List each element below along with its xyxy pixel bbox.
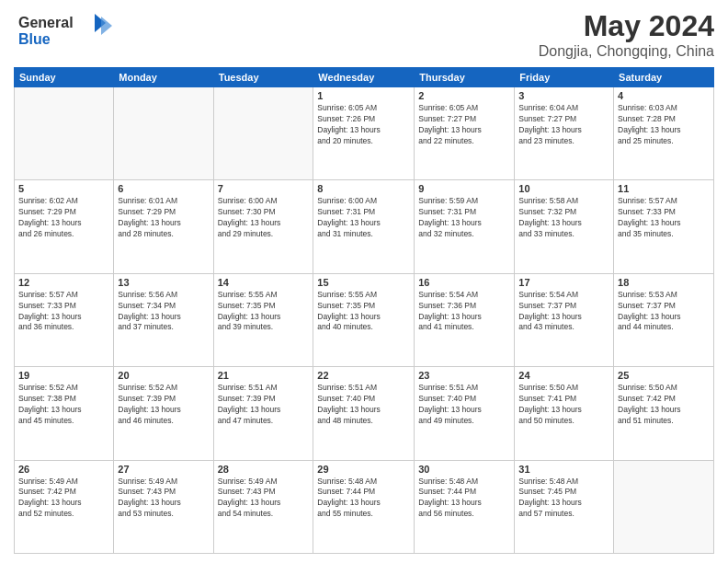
day-info: Sunrise: 6:03 AM Sunset: 7:28 PM Dayligh… [618, 103, 710, 147]
day-info: Sunrise: 5:48 AM Sunset: 7:44 PM Dayligh… [418, 477, 510, 521]
day-number: 18 [618, 277, 710, 288]
col-tuesday: Tuesday [213, 68, 313, 87]
day-number: 20 [118, 370, 209, 381]
table-cell [114, 87, 213, 180]
day-number: 10 [518, 183, 609, 194]
day-info: Sunrise: 5:55 AM Sunset: 7:35 PM Dayligh… [218, 290, 310, 334]
day-number: 2 [418, 90, 510, 101]
day-info: Sunrise: 6:00 AM Sunset: 7:31 PM Dayligh… [317, 196, 410, 240]
day-number: 31 [518, 464, 609, 475]
day-info: Sunrise: 5:58 AM Sunset: 7:32 PM Dayligh… [518, 196, 609, 240]
week-row-4: 19Sunrise: 5:52 AM Sunset: 7:38 PM Dayli… [15, 367, 714, 460]
col-saturday: Saturday [614, 68, 714, 87]
day-number: 8 [317, 183, 410, 194]
table-cell: 25Sunrise: 5:50 AM Sunset: 7:42 PM Dayli… [614, 367, 714, 460]
table-cell: 22Sunrise: 5:51 AM Sunset: 7:40 PM Dayli… [313, 367, 415, 460]
col-wednesday: Wednesday [313, 68, 415, 87]
table-cell: 21Sunrise: 5:51 AM Sunset: 7:39 PM Dayli… [213, 367, 313, 460]
table-cell: 29Sunrise: 5:48 AM Sunset: 7:44 PM Dayli… [313, 460, 415, 553]
table-cell: 11Sunrise: 5:57 AM Sunset: 7:33 PM Dayli… [614, 180, 714, 273]
svg-text:General: General [18, 15, 74, 30]
table-cell: 14Sunrise: 5:55 AM Sunset: 7:35 PM Dayli… [213, 273, 313, 366]
day-info: Sunrise: 5:55 AM Sunset: 7:35 PM Dayligh… [317, 290, 410, 334]
table-cell: 27Sunrise: 5:49 AM Sunset: 7:43 PM Dayli… [114, 460, 213, 553]
day-number: 14 [218, 277, 310, 288]
logo-svg: General Blue [14, 9, 115, 51]
day-info: Sunrise: 5:52 AM Sunset: 7:38 PM Dayligh… [18, 383, 109, 427]
table-cell: 18Sunrise: 5:53 AM Sunset: 7:37 PM Dayli… [614, 273, 714, 366]
day-number: 30 [418, 464, 510, 475]
day-number: 11 [618, 183, 710, 194]
day-info: Sunrise: 6:00 AM Sunset: 7:30 PM Dayligh… [218, 196, 310, 240]
day-info: Sunrise: 5:57 AM Sunset: 7:33 PM Dayligh… [18, 290, 109, 334]
table-cell: 13Sunrise: 5:56 AM Sunset: 7:34 PM Dayli… [114, 273, 213, 366]
day-number: 29 [317, 464, 410, 475]
day-number: 4 [618, 90, 710, 101]
day-info: Sunrise: 5:48 AM Sunset: 7:44 PM Dayligh… [317, 477, 410, 521]
table-cell: 4Sunrise: 6:03 AM Sunset: 7:28 PM Daylig… [614, 87, 714, 180]
day-info: Sunrise: 5:59 AM Sunset: 7:31 PM Dayligh… [418, 196, 510, 240]
day-number: 15 [317, 277, 410, 288]
sub-title: Dongjia, Chongqing, China [539, 43, 714, 60]
table-cell: 15Sunrise: 5:55 AM Sunset: 7:35 PM Dayli… [313, 273, 415, 366]
day-number: 23 [418, 370, 510, 381]
table-cell: 30Sunrise: 5:48 AM Sunset: 7:44 PM Dayli… [415, 460, 515, 553]
table-cell: 9Sunrise: 5:59 AM Sunset: 7:31 PM Daylig… [415, 180, 515, 273]
day-number: 13 [118, 277, 209, 288]
day-info: Sunrise: 5:54 AM Sunset: 7:37 PM Dayligh… [518, 290, 609, 334]
table-cell: 17Sunrise: 5:54 AM Sunset: 7:37 PM Dayli… [515, 273, 614, 366]
header: General Blue May 2024 Dongjia, Chongqing… [14, 9, 714, 60]
logo: General Blue [14, 9, 115, 54]
day-info: Sunrise: 5:49 AM Sunset: 7:42 PM Dayligh… [18, 477, 109, 521]
day-info: Sunrise: 6:04 AM Sunset: 7:27 PM Dayligh… [518, 103, 609, 147]
table-cell: 26Sunrise: 5:49 AM Sunset: 7:42 PM Dayli… [15, 460, 114, 553]
table-cell: 24Sunrise: 5:50 AM Sunset: 7:41 PM Dayli… [515, 367, 614, 460]
day-number: 9 [418, 183, 510, 194]
day-number: 28 [218, 464, 310, 475]
table-cell: 3Sunrise: 6:04 AM Sunset: 7:27 PM Daylig… [515, 87, 614, 180]
calendar-table: Sunday Monday Tuesday Wednesday Thursday… [14, 67, 714, 554]
day-number: 6 [118, 183, 209, 194]
day-info: Sunrise: 6:01 AM Sunset: 7:29 PM Dayligh… [118, 196, 209, 240]
table-cell: 6Sunrise: 6:01 AM Sunset: 7:29 PM Daylig… [114, 180, 213, 273]
day-number: 3 [518, 90, 609, 101]
day-info: Sunrise: 5:49 AM Sunset: 7:43 PM Dayligh… [118, 477, 209, 521]
day-number: 24 [518, 370, 609, 381]
day-info: Sunrise: 5:53 AM Sunset: 7:37 PM Dayligh… [618, 290, 710, 334]
table-cell: 28Sunrise: 5:49 AM Sunset: 7:43 PM Dayli… [213, 460, 313, 553]
day-info: Sunrise: 5:57 AM Sunset: 7:33 PM Dayligh… [618, 196, 710, 240]
col-friday: Friday [515, 68, 614, 87]
table-cell: 2Sunrise: 6:05 AM Sunset: 7:27 PM Daylig… [415, 87, 515, 180]
table-cell [213, 87, 313, 180]
table-cell [15, 87, 114, 180]
day-info: Sunrise: 6:02 AM Sunset: 7:29 PM Dayligh… [18, 196, 109, 240]
table-cell: 5Sunrise: 6:02 AM Sunset: 7:29 PM Daylig… [15, 180, 114, 273]
main-title: May 2024 [539, 9, 714, 43]
week-row-3: 12Sunrise: 5:57 AM Sunset: 7:33 PM Dayli… [15, 273, 714, 366]
day-info: Sunrise: 6:05 AM Sunset: 7:26 PM Dayligh… [317, 103, 410, 147]
day-number: 25 [618, 370, 710, 381]
table-cell [614, 460, 714, 553]
day-number: 26 [18, 464, 109, 475]
col-sunday: Sunday [15, 68, 114, 87]
day-number: 7 [218, 183, 310, 194]
svg-text:Blue: Blue [18, 31, 51, 47]
header-row: Sunday Monday Tuesday Wednesday Thursday… [15, 68, 714, 87]
day-number: 12 [18, 277, 109, 288]
table-cell: 12Sunrise: 5:57 AM Sunset: 7:33 PM Dayli… [15, 273, 114, 366]
day-info: Sunrise: 5:54 AM Sunset: 7:36 PM Dayligh… [418, 290, 510, 334]
week-row-2: 5Sunrise: 6:02 AM Sunset: 7:29 PM Daylig… [15, 180, 714, 273]
table-cell: 10Sunrise: 5:58 AM Sunset: 7:32 PM Dayli… [515, 180, 614, 273]
week-row-5: 26Sunrise: 5:49 AM Sunset: 7:42 PM Dayli… [15, 460, 714, 553]
day-info: Sunrise: 5:51 AM Sunset: 7:40 PM Dayligh… [418, 383, 510, 427]
day-number: 19 [18, 370, 109, 381]
day-info: Sunrise: 5:51 AM Sunset: 7:40 PM Dayligh… [317, 383, 410, 427]
page: General Blue May 2024 Dongjia, Chongqing… [0, 0, 728, 563]
day-info: Sunrise: 6:05 AM Sunset: 7:27 PM Dayligh… [418, 103, 510, 147]
day-number: 27 [118, 464, 209, 475]
day-info: Sunrise: 5:50 AM Sunset: 7:42 PM Dayligh… [618, 383, 710, 427]
day-number: 22 [317, 370, 410, 381]
day-info: Sunrise: 5:48 AM Sunset: 7:45 PM Dayligh… [518, 477, 609, 521]
svg-marker-3 [101, 17, 112, 35]
table-cell: 8Sunrise: 6:00 AM Sunset: 7:31 PM Daylig… [313, 180, 415, 273]
